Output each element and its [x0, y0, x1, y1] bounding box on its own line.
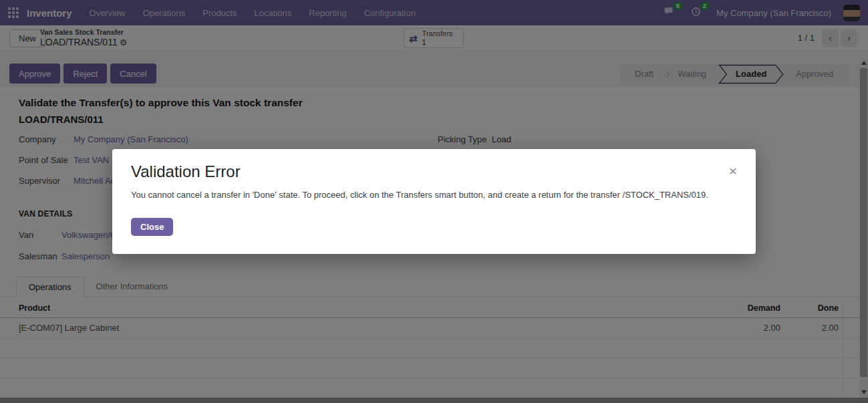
close-icon[interactable]: × [729, 164, 737, 178]
validation-error-dialog: Validation Error × You cannot cancel a t… [112, 149, 756, 254]
app-screen: Inventory Overview Operations Products L… [0, 0, 868, 403]
dialog-title: Validation Error [131, 162, 241, 181]
close-button[interactable]: Close [131, 218, 173, 236]
dialog-message: You cannot cancel a transfer in 'Done' s… [131, 190, 729, 200]
